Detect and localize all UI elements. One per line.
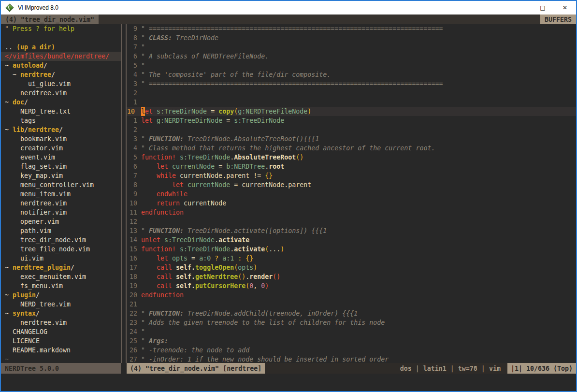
tree-item[interactable]: " Press ? for help — [1, 24, 121, 33]
tree-item[interactable]: README.markdown — [1, 346, 121, 355]
line-number: 21 — [127, 300, 141, 309]
close-icon: ✕ — [563, 4, 567, 11]
editor-pane[interactable]: 9" =====================================… — [127, 24, 576, 363]
code-line[interactable]: 7" — [127, 43, 576, 52]
nerdtree-panel: " Press ? for help.. (up a dir)</vimfile… — [1, 24, 121, 363]
tabline-fill — [99, 15, 540, 24]
command-line[interactable] — [1, 374, 576, 391]
main-area: " Press ? for help.. (up a dir)</vimfile… — [1, 24, 576, 363]
buffers-label: BUFFERS — [540, 15, 576, 24]
tree-item[interactable]: nerdtree.vim — [1, 88, 121, 98]
code-line[interactable]: 1let g:NERDTreeDirNode = s:TreeDirNode — [127, 116, 576, 125]
code-line[interactable]: 6 let currentNode = b:NERDTree.root — [127, 162, 576, 171]
tree-item[interactable]: fs_menu.vim — [1, 281, 121, 290]
tree-item[interactable]: ~ — [1, 355, 121, 363]
code-line[interactable]: 3" FUNCTION: TreeDirNode.AbsoluteTreeRoo… — [127, 134, 576, 144]
code-line[interactable]: 26" -treenode: the node to add — [127, 346, 576, 355]
line-number: 8 — [127, 33, 141, 43]
code-line[interactable]: 22" FUNCTION: TreeDirNode.addChild(treen… — [127, 309, 576, 318]
tree-item[interactable]: LICENCE — [1, 336, 121, 346]
code-line[interactable]: 2 — [127, 88, 576, 98]
code-line[interactable]: 4" The 'composite' part of the file/dir … — [127, 70, 576, 79]
tree-item[interactable]: flag_set.vim — [1, 162, 121, 171]
line-number: 5 — [127, 153, 141, 162]
tree-item[interactable]: nerdtree.vim — [1, 318, 121, 327]
tree-item[interactable]: ~ autoload/ — [1, 61, 121, 70]
minimize-button[interactable]: — — [509, 1, 532, 15]
line-number: 23 — [127, 318, 141, 327]
code-line[interactable]: 6" A subclass of NERDTreeFileNode. — [127, 52, 576, 61]
tree-item[interactable]: notifier.vim — [1, 208, 121, 217]
tree-item[interactable]: event.vim — [1, 153, 121, 162]
gvim-window: Vi IMproved 8.0 — □ ✕ (4) "tree_dir_node… — [0, 0, 577, 392]
code-line[interactable]: 11endfunction — [127, 208, 576, 217]
code-line[interactable]: 12 — [127, 217, 576, 226]
code-line[interactable]: 19 call self.putCursorHere(0, 0) — [127, 281, 576, 290]
tree-item[interactable]: menu_controller.vim — [1, 180, 121, 189]
code-line-current[interactable]: 10let s:TreeDirNode = copy(g:NERDTreeFil… — [127, 107, 576, 116]
tree-item[interactable]: key_map.vim — [1, 171, 121, 180]
line-number: 4 — [127, 144, 141, 153]
code-line[interactable]: 4" Class method that returns the highest… — [127, 144, 576, 153]
tab-tree-dir-node[interactable]: (4) "tree_dir_node.vim" — [1, 15, 99, 24]
code-line[interactable]: 7 while currentNode.parent != {} — [127, 171, 576, 180]
maximize-button[interactable]: □ — [532, 1, 554, 15]
code-line[interactable]: 16 let opts = a:0 ? a:1 : {} — [127, 254, 576, 263]
tree-item[interactable]: .. (up a dir) — [1, 43, 121, 52]
code-line[interactable]: 14unlet s:TreeDirNode.activate — [127, 235, 576, 245]
tree-item[interactable]: path.vim — [1, 226, 121, 235]
code-line[interactable]: 20endfunction — [127, 290, 576, 300]
tree-item[interactable]: NERD_tree.vim — [1, 300, 121, 309]
tree-item[interactable]: ~ nerdtree_plugin/ — [1, 263, 121, 272]
line-number: 1 — [127, 98, 141, 107]
tree-item[interactable]: ~ plugin/ — [1, 290, 121, 300]
code-line[interactable]: 8 let currentNode = currentNode.parent — [127, 180, 576, 189]
tree-item[interactable]: NERD_tree.txt — [1, 107, 121, 116]
tree-item[interactable]: ui_glue.vim — [1, 79, 121, 88]
code-line[interactable]: 25" Args: — [127, 336, 576, 346]
close-button[interactable]: ✕ — [554, 1, 576, 15]
tree-item[interactable]: tree_file_node.vim — [1, 245, 121, 254]
line-number: 5 — [127, 61, 141, 70]
tree-item[interactable]: ~ lib/nerdtree/ — [1, 125, 121, 134]
tree-root-item[interactable]: </vimfiles/bundle/nerdtree/ — [1, 52, 121, 61]
code-line[interactable]: 9 endwhile — [127, 189, 576, 199]
tree-item[interactable]: nerdtree.vim — [1, 199, 121, 208]
code-line[interactable]: 10 return currentNode — [127, 199, 576, 208]
line-number: 13 — [127, 226, 141, 235]
code-line[interactable]: 5function! s:TreeDirNode.AbsoluteTreeRoo… — [127, 153, 576, 162]
tree-item[interactable]: ui.vim — [1, 254, 121, 263]
title-bar[interactable]: Vi IMproved 8.0 — □ ✕ — [1, 1, 576, 15]
tree-item[interactable]: opener.vim — [1, 217, 121, 226]
tree-item[interactable]: exec_menuitem.vim — [1, 272, 121, 281]
status-gap — [121, 363, 127, 374]
code-line[interactable]: 1 — [127, 98, 576, 107]
tree-item[interactable]: CHANGELOG — [1, 327, 121, 336]
tree-item[interactable]: ~ nerdtree/ — [1, 70, 121, 79]
line-number: 27 — [127, 355, 141, 363]
code-line[interactable]: 27" -inOrder: 1 if the new node should b… — [127, 355, 576, 363]
code-line[interactable]: 17 call self.toggleOpen(opts) — [127, 263, 576, 272]
code-line[interactable]: 18 call self.getNerdtree().render() — [127, 272, 576, 281]
code-line[interactable]: 2 — [127, 125, 576, 134]
tree-item[interactable]: tags — [1, 116, 121, 125]
code-line[interactable]: 21 — [127, 300, 576, 309]
code-line[interactable]: 23" Adds the given treenode to the list … — [127, 318, 576, 327]
tree-item[interactable]: menu_item.vim — [1, 189, 121, 199]
line-number: 7 — [127, 43, 141, 52]
maximize-icon: □ — [540, 4, 545, 11]
code-line[interactable]: 3" =====================================… — [127, 79, 576, 88]
status-textwidth: tw=78 — [458, 365, 477, 372]
tree-item[interactable]: ~ syntax/ — [1, 309, 121, 318]
code-line[interactable]: 5" — [127, 61, 576, 70]
tree-item[interactable]: ~ doc/ — [1, 98, 121, 107]
code-line[interactable]: 15function! s:TreeDirNode.activate(...) — [127, 245, 576, 254]
code-line[interactable]: 9" =====================================… — [127, 24, 576, 33]
tree-item[interactable]: bookmark.vim — [1, 134, 121, 144]
code-line[interactable]: 24" — [127, 327, 576, 336]
code-line[interactable]: 13" FUNCTION: TreeDirNode.activate([opti… — [127, 226, 576, 235]
tree-item[interactable]: creator.vim — [1, 144, 121, 153]
code-line[interactable]: 8" CLASS: TreeDirNode — [127, 33, 576, 43]
window-split-handle[interactable] — [121, 24, 127, 363]
tree-item[interactable]: tree_dir_node.vim — [1, 235, 121, 245]
